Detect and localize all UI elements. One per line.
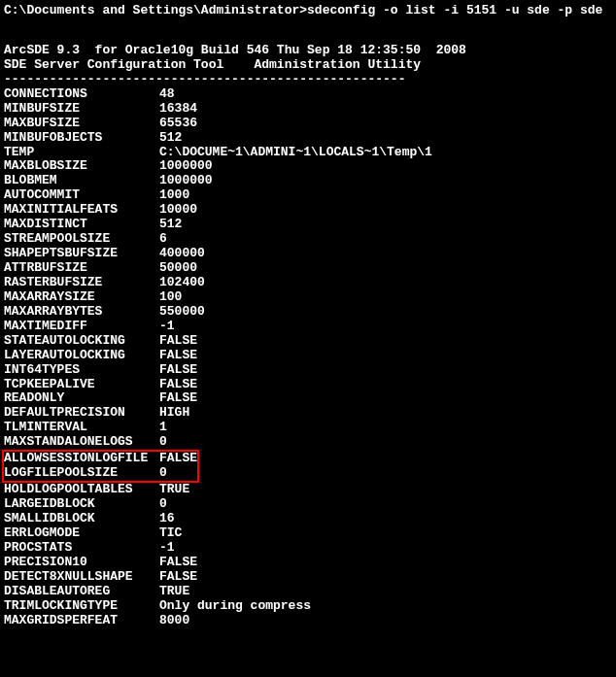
config-row: ALLOWSESSIONLOGFILEFALSE xyxy=(4,452,197,466)
config-param-name: INT64TYPES xyxy=(4,363,159,378)
config-param-value: 512 xyxy=(159,218,182,232)
config-param-name: LAYERAUTOLOCKING xyxy=(4,349,159,363)
config-param-name: RASTERBUFSIZE xyxy=(4,276,159,290)
config-param-value: -1 xyxy=(159,541,175,556)
config-param-value: -1 xyxy=(159,320,175,334)
config-param-name: MAXARRAYSIZE xyxy=(4,290,159,305)
config-param-value: 10000 xyxy=(159,203,197,218)
config-param-name: ATTRBUFSIZE xyxy=(4,261,159,276)
config-row: TEMPC:\DOCUME~1\ADMINI~1\LOCALS~1\Temp\1 xyxy=(4,146,612,160)
separator-line: ----------------------------------------… xyxy=(4,73,612,87)
config-param-value: FALSE xyxy=(159,570,197,585)
config-row: INT64TYPESFALSE xyxy=(4,363,612,378)
config-param-value: 16384 xyxy=(159,102,197,117)
config-param-value: FALSE xyxy=(159,349,197,363)
config-param-name: LARGEIDBLOCK xyxy=(4,497,159,512)
config-param-name: PRECISION10 xyxy=(4,556,159,570)
config-row: DETECT8XNULLSHAPEFALSE xyxy=(4,570,612,585)
config-param-name: MINBUFSIZE xyxy=(4,102,159,117)
config-param-value: 1 xyxy=(159,421,167,435)
config-row: BLOBMEM1000000 xyxy=(4,174,612,188)
config-param-value: 1000 xyxy=(159,188,189,203)
config-param-name: MAXBUFSIZE xyxy=(4,117,159,131)
config-param-value: Only during compress xyxy=(159,599,311,614)
config-row: TRIMLOCKINGTYPEOnly during compress xyxy=(4,599,612,614)
config-row: DISABLEAUTOREGTRUE xyxy=(4,585,612,599)
config-param-name: TRIMLOCKINGTYPE xyxy=(4,599,159,614)
config-row: MAXARRAYBYTES550000 xyxy=(4,305,612,320)
config-param-name: PROCSTATS xyxy=(4,541,159,556)
config-param-value: 0 xyxy=(159,466,167,481)
config-param-name: BLOBMEM xyxy=(4,174,159,188)
config-param-name: MAXBLOBSIZE xyxy=(4,159,159,174)
config-row: SHAPEPTSBUFSIZE400000 xyxy=(4,247,612,261)
config-param-name: TCPKEEPALIVE xyxy=(4,378,159,392)
header-tool: SDE Server Configuration Tool Administra… xyxy=(4,58,612,73)
config-param-name: STREAMPOOLSIZE xyxy=(4,232,159,247)
config-param-name: MAXINITIALFEATS xyxy=(4,203,159,218)
config-param-value: 400000 xyxy=(159,247,205,261)
config-param-value: 0 xyxy=(159,435,167,450)
config-param-value: 100 xyxy=(159,290,182,305)
config-param-value: 50000 xyxy=(159,261,197,276)
config-param-value: 0 xyxy=(159,497,167,512)
config-row: LOGFILEPOOLSIZE0 xyxy=(4,466,197,481)
config-param-name: DETECT8XNULLSHAPE xyxy=(4,570,159,585)
config-row: PROCSTATS-1 xyxy=(4,541,612,556)
config-param-value: FALSE xyxy=(159,452,197,466)
config-param-name: CONNECTIONS xyxy=(4,87,159,102)
config-param-value: FALSE xyxy=(159,334,197,349)
highlighted-config-box: ALLOWSESSIONLOGFILEFALSELOGFILEPOOLSIZE0 xyxy=(2,450,199,483)
config-row: STATEAUTOLOCKINGFALSE xyxy=(4,334,612,349)
config-param-value: 48 xyxy=(159,87,175,102)
config-row: HOLDLOGPOOLTABLESTRUE xyxy=(4,483,612,497)
config-row: MAXGRIDSPERFEAT8000 xyxy=(4,614,612,628)
config-row: STREAMPOOLSIZE6 xyxy=(4,232,612,247)
config-param-name: DEFAULTPRECISION xyxy=(4,406,159,421)
config-param-value: 1000000 xyxy=(159,174,213,188)
config-param-name: TLMINTERVAL xyxy=(4,421,159,435)
config-param-name: HOLDLOGPOOLTABLES xyxy=(4,483,159,497)
config-row: PRECISION10FALSE xyxy=(4,556,612,570)
config-row: MINBUFOBJECTS512 xyxy=(4,131,612,146)
config-param-value: 16 xyxy=(159,512,175,526)
config-param-name: AUTOCOMMIT xyxy=(4,188,159,203)
config-row: DEFAULTPRECISIONHIGH xyxy=(4,406,612,421)
config-param-value: FALSE xyxy=(159,556,197,570)
config-param-value: FALSE xyxy=(159,378,197,392)
config-param-value: TRUE xyxy=(159,585,189,599)
config-param-value: 8000 xyxy=(159,614,189,628)
config-param-name: MAXSTANDALONELOGS xyxy=(4,435,159,450)
config-param-value: C:\DOCUME~1\ADMINI~1\LOCALS~1\Temp\1 xyxy=(159,146,432,160)
config-param-name: MAXARRAYBYTES xyxy=(4,305,159,320)
config-param-name: SHAPEPTSBUFSIZE xyxy=(4,247,159,261)
config-row: MAXARRAYSIZE100 xyxy=(4,290,612,305)
config-row: RASTERBUFSIZE102400 xyxy=(4,276,612,290)
config-row: TLMINTERVAL1 xyxy=(4,421,612,435)
config-param-name: TEMP xyxy=(4,146,159,160)
config-param-value: 65536 xyxy=(159,117,197,131)
config-param-value: 512 xyxy=(159,131,182,146)
config-row: AUTOCOMMIT1000 xyxy=(4,188,612,203)
config-row: MAXTIMEDIFF-1 xyxy=(4,320,612,334)
config-param-value: FALSE xyxy=(159,363,197,378)
config-row: CONNECTIONS48 xyxy=(4,87,612,102)
config-param-value: 102400 xyxy=(159,276,205,290)
config-param-name: MAXDISTINCT xyxy=(4,218,159,232)
config-row: READONLYFALSE xyxy=(4,391,612,406)
config-row: LARGEIDBLOCK0 xyxy=(4,497,612,512)
config-param-name: SMALLIDBLOCK xyxy=(4,512,159,526)
config-param-name: STATEAUTOLOCKING xyxy=(4,334,159,349)
config-param-name: MINBUFOBJECTS xyxy=(4,131,159,146)
config-param-value: 550000 xyxy=(159,305,205,320)
config-param-name: READONLY xyxy=(4,391,159,406)
config-row: MAXINITIALFEATS10000 xyxy=(4,203,612,218)
header-version: ArcSDE 9.3 for Oracle10g Build 546 Thu S… xyxy=(4,44,612,58)
config-param-name: MAXTIMEDIFF xyxy=(4,320,159,334)
config-param-value: 6 xyxy=(159,232,167,247)
config-row: LAYERAUTOLOCKINGFALSE xyxy=(4,349,612,363)
config-row: MINBUFSIZE16384 xyxy=(4,102,612,117)
config-row: TCPKEEPALIVEFALSE xyxy=(4,378,612,392)
config-param-name: DISABLEAUTOREG xyxy=(4,585,159,599)
config-row: MAXBLOBSIZE1000000 xyxy=(4,159,612,174)
